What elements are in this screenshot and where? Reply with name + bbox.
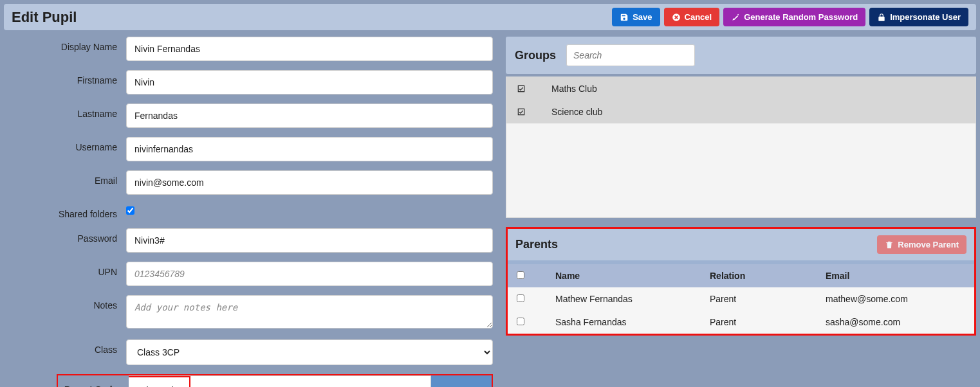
parentcode-row: Parent Code 63b29aab Generate: [57, 374, 493, 387]
groups-list[interactable]: Maths Club Science club: [506, 76, 976, 218]
label-email: Email: [4, 170, 126, 186]
header-buttons: Save Cancel Generate Random Password Imp…: [612, 8, 968, 26]
lock-icon: [877, 13, 886, 22]
groups-search-input[interactable]: [566, 44, 695, 66]
firstname-input[interactable]: [126, 70, 493, 94]
lastname-input[interactable]: [126, 104, 493, 128]
trash-icon: [885, 240, 894, 249]
wand-icon: [731, 13, 740, 22]
cell-email: mathew@some.com: [826, 294, 965, 304]
displayname-input[interactable]: [126, 37, 493, 61]
cell-name: Sasha Fernandas: [555, 317, 710, 327]
groups-title: Groups: [515, 49, 556, 62]
parents-title: Parents: [515, 238, 558, 251]
row-checkbox[interactable]: [517, 318, 524, 325]
notes-input[interactable]: [126, 295, 493, 328]
row-checkbox[interactable]: [517, 294, 524, 302]
generate-password-button[interactable]: Generate Random Password: [723, 8, 865, 26]
save-button[interactable]: Save: [612, 8, 660, 26]
parents-table-head: Name Relation Email: [508, 260, 974, 287]
shared-folders-checkbox[interactable]: [126, 206, 134, 215]
checked-icon: [517, 84, 526, 93]
checked-icon: [517, 107, 526, 116]
password-input[interactable]: [126, 228, 493, 253]
remove-parent-button[interactable]: Remove Parent: [877, 235, 966, 254]
cancel-button[interactable]: Cancel: [664, 8, 720, 26]
cell-relation: Parent: [710, 294, 826, 304]
cell-email: sasha@some.com: [826, 317, 965, 327]
group-label: Science club: [551, 107, 602, 117]
label-shared: Shared folders: [4, 204, 126, 219]
email-input[interactable]: [126, 170, 493, 195]
generate-parentcode-button[interactable]: Generate: [431, 375, 492, 387]
col-email: Email: [826, 271, 965, 281]
class-select[interactable]: Class 3CP: [126, 339, 493, 365]
label-class: Class: [4, 339, 126, 355]
cell-name: Mathew Fernandas: [555, 294, 710, 304]
parentcode-value: 63b29aab: [129, 375, 431, 387]
save-icon: [620, 13, 629, 22]
select-all-checkbox[interactable]: [517, 271, 524, 279]
form-pane: Display Name Firstname Lastname Username…: [4, 37, 493, 387]
label-parentcode: Parent Code: [58, 375, 129, 387]
label-lastname: Lastname: [4, 104, 126, 119]
impersonate-button[interactable]: Impersonate User: [869, 8, 968, 26]
label-firstname: Firstname: [4, 70, 126, 86]
label-upn: UPN: [4, 262, 126, 277]
label-notes: Notes: [4, 295, 126, 310]
table-row[interactable]: Mathew Fernandas Parent mathew@some.com: [508, 287, 974, 310]
parents-header: Parents Remove Parent: [508, 229, 974, 260]
label-displayname: Display Name: [4, 37, 126, 52]
cell-relation: Parent: [710, 317, 826, 327]
group-label: Maths Club: [551, 84, 597, 94]
col-name: Name: [555, 271, 710, 281]
page-header: Edit Pupil Save Cancel Generate Random P…: [4, 4, 976, 30]
table-row[interactable]: Sasha Fernandas Parent sasha@some.com: [508, 310, 974, 334]
col-relation: Relation: [710, 271, 826, 281]
page-title: Edit Pupil: [12, 9, 77, 26]
groups-header: Groups: [506, 37, 976, 74]
group-item[interactable]: Maths Club: [506, 77, 975, 100]
username-input[interactable]: [126, 137, 493, 161]
parents-panel: Parents Remove Parent Name Relation Emai…: [506, 227, 976, 336]
cancel-icon: [672, 13, 681, 22]
label-password: Password: [4, 228, 126, 244]
group-item[interactable]: Science club: [506, 100, 975, 123]
label-username: Username: [4, 137, 126, 152]
upn-input[interactable]: [126, 262, 493, 286]
